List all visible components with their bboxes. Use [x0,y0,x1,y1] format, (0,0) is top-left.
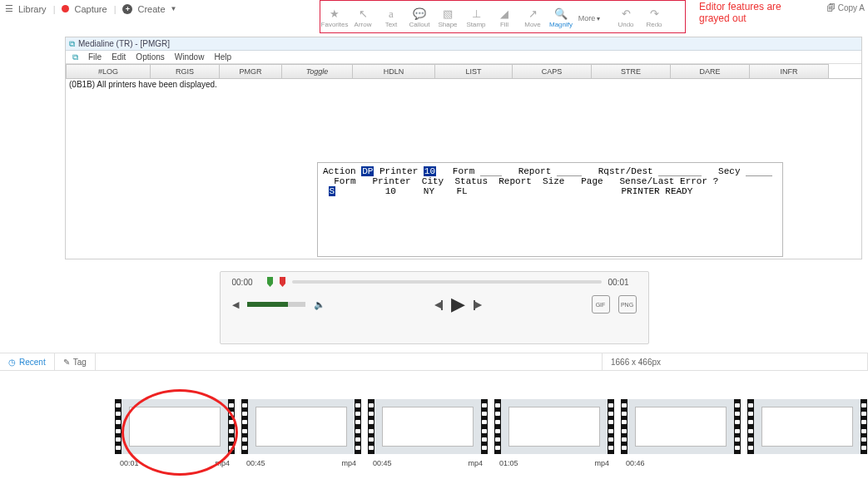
menu-file[interactable]: File [88,52,102,62]
tab-caps[interactable]: CAPS [512,64,592,78]
more-button[interactable]: More▾ [575,11,603,22]
arrow-icon: ↖ [349,7,377,21]
clip-format: mp4 [341,459,356,467]
printer-field[interactable]: 10 [424,166,436,176]
sprocket-left-icon [747,399,754,454]
library-button[interactable]: Library [18,4,47,14]
tool-magnify[interactable]: 🔍Magnify [547,6,575,28]
record-icon [62,5,69,12]
plus-icon: + [122,4,132,14]
thumbnail-item[interactable]: 00:45mp4 [368,399,488,467]
clip-time: 00:45 [373,459,392,467]
sprocket-right-icon [861,399,867,454]
recent-filter[interactable]: ◷ Recent [0,353,55,370]
rqstr-field[interactable] [658,167,702,176]
out-marker-icon[interactable] [280,277,285,287]
timeline-track[interactable] [292,280,602,284]
tab-toggle[interactable]: Toggle [281,64,353,78]
clip-time: 01:05 [499,459,518,467]
tab-pmgr[interactable]: PMGR [219,64,282,78]
tool-shape[interactable]: ▧Shape [434,6,462,28]
thumbnail-item[interactable]: 00:46 [621,399,741,467]
report-field[interactable] [557,167,582,176]
top-left-controls: ☰ Library | Capture | + Create ▼ [0,0,181,17]
thumbnail-preview [122,399,228,454]
capture-button[interactable]: Capture [74,4,107,14]
time-start: 00:00 [232,278,260,287]
tab-hdln[interactable]: HDLN [352,64,435,78]
sprocket-right-icon [481,399,488,454]
volume-slider[interactable] [247,302,305,307]
tab-stre[interactable]: STRE [591,64,671,78]
sprocket-right-icon [608,399,614,454]
tool-arrow[interactable]: ↖Arrow [349,6,377,28]
tool-stamp[interactable]: ⊥Stamp [462,6,490,28]
tool-fill[interactable]: ◢Fill [490,6,518,28]
svg-marker-1 [280,277,285,287]
dimensions-display: 1666 x 466px [602,353,868,370]
capture-canvas: ⧉ Medialine (TR) - [PMGR] ⧉ File Edit Op… [65,37,862,259]
separator: | [53,4,56,14]
undo-button[interactable]: ↶Undo [612,6,640,28]
volume-icon: 🔈 [314,299,325,310]
thumbnail-item[interactable] [0,404,108,459]
tab-rgis[interactable]: RGIS [150,64,220,78]
tab-infr[interactable]: INFR [749,64,829,78]
annotation-text: Editor features are grayed out [699,1,781,25]
clock-icon: ◷ [8,358,16,367]
step-fwd-button[interactable]: ▶ [474,299,482,310]
tab-list[interactable]: LIST [434,64,513,78]
clip-format: mp4 [594,459,609,467]
thumbnail-item[interactable] [747,399,867,454]
row-select[interactable]: S [329,186,336,196]
mute-icon[interactable]: ◀ [232,299,239,310]
tool-callout[interactable]: 💬Callout [405,6,434,28]
clip-time: 00:01 [120,459,139,467]
undo-icon: ↶ [612,7,640,21]
menu-edit[interactable]: Edit [112,52,126,62]
create-button[interactable]: Create [137,4,165,14]
in-marker-icon[interactable] [267,277,273,287]
menu-window[interactable]: Window [175,52,205,62]
form-field[interactable] [480,167,502,176]
thumbnail-preview [0,404,108,459]
shape-icon: ▧ [434,7,462,21]
chevron-down-icon: ▾ [597,15,600,22]
time-end: 00:01 [608,278,637,287]
tool-text[interactable]: aText [377,6,405,28]
menu-options[interactable]: Options [136,52,164,62]
step-back-button[interactable]: ◀ [434,299,443,310]
thumbnail-item[interactable]: 00:45mp4 [241,399,361,467]
editor-toolbar: ★Favorites ↖Arrow aText 💬Callout ▧Shape … [320,0,686,33]
tag-filter[interactable]: ✎ Tag [55,353,96,370]
thumbnail-item-selected[interactable]: 00:01mp4 [115,399,235,467]
copy-button[interactable]: 🗐 Copy A [827,3,865,12]
secy-field[interactable] [746,167,772,176]
sprocket-right-icon [355,399,361,454]
clip-time: 00:45 [246,459,265,467]
thumbnail-item[interactable]: 01:05mp4 [494,399,614,467]
tab-dare[interactable]: DARE [670,64,750,78]
hamburger-icon[interactable]: ☰ [5,3,13,14]
tool-move[interactable]: ↗Move [518,6,547,28]
menu-help[interactable]: Help [214,52,231,62]
export-png-button[interactable]: PNG [618,295,637,314]
thumbnail-preview [627,399,734,454]
menubar: ⧉ File Edit Options Window Help [66,51,861,64]
redo-button[interactable]: ↷Redo [640,6,668,28]
terminal-headers: Form Printer City Status Report Size Pag… [323,176,718,186]
play-button[interactable]: ▶ [451,294,465,315]
tab-log[interactable]: #LOG [66,64,151,78]
export-gif-button[interactable]: GIF [592,295,610,314]
magnify-icon: 🔍 [547,7,575,21]
move-icon: ↗ [518,7,547,21]
thumbnail-preview [754,399,861,454]
chevron-down-icon[interactable]: ▼ [171,5,177,12]
sprocket-left-icon [368,399,374,454]
tool-favorites[interactable]: ★Favorites [320,6,349,28]
star-icon: ★ [320,7,349,21]
sprocket-left-icon [241,399,248,454]
sprocket-left-icon [494,399,501,454]
media-player: 00:00 00:01 ◀ 🔈 ◀ ▶ ▶ GIF PNG [220,271,649,344]
action-field[interactable]: DP [361,166,374,176]
